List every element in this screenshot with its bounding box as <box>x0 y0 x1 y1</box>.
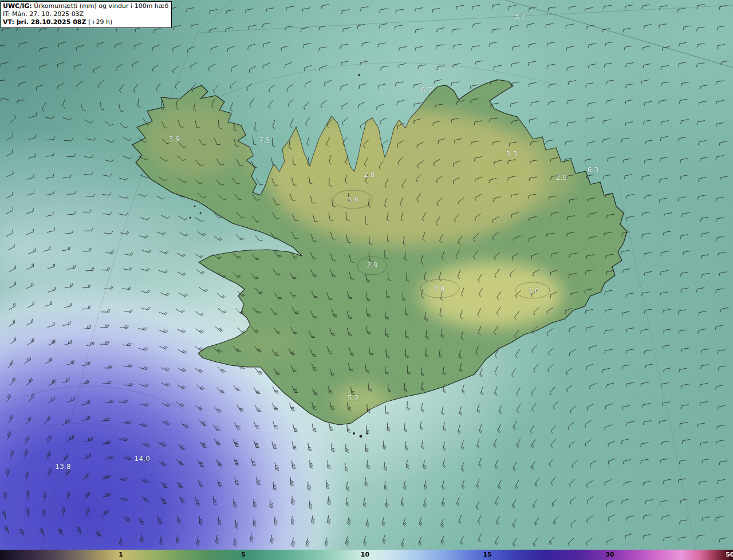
map-title: UWC/IG: Úrkomumætti (mm) og vindur i 100… <box>3 2 168 10</box>
valid-time-value: VT: þri. 28.10.2025 08Z <box>3 18 86 26</box>
init-time: IT: Mán. 27. 10. 2025 03Z <box>3 10 168 18</box>
wind-barbs-layer <box>0 0 733 550</box>
colorbar-tick: 30 <box>605 550 614 560</box>
map-title-text: Úrkomumætti (mm) og vindur i 100m hæð <box>32 2 169 10</box>
title-box: UWC/IG: Úrkomumætti (mm) og vindur i 100… <box>1 1 172 28</box>
map-area: 3.76.73.97.53.36.32.92.85.62.92.93.05.21… <box>0 0 733 550</box>
weather-map-viewport: 3.76.73.97.53.36.32.92.85.62.92.93.05.21… <box>0 0 733 560</box>
colorbar-tick: 15 <box>483 550 492 560</box>
valid-time-offset: (+29 h) <box>86 18 112 26</box>
valid-time: VT: þri. 28.10.2025 08Z (+29 h) <box>3 18 168 26</box>
colorbar-tick: 5 <box>241 550 246 560</box>
colorbar-ticks: 1510153050 <box>0 550 733 560</box>
colorbar-tick: 50 <box>726 550 733 560</box>
model-name: UWC/IG: <box>3 2 32 10</box>
colorbar-tick: 1 <box>119 550 123 560</box>
colorbar-tick: 10 <box>361 550 369 560</box>
colorbar: 1510153050 <box>0 550 733 560</box>
